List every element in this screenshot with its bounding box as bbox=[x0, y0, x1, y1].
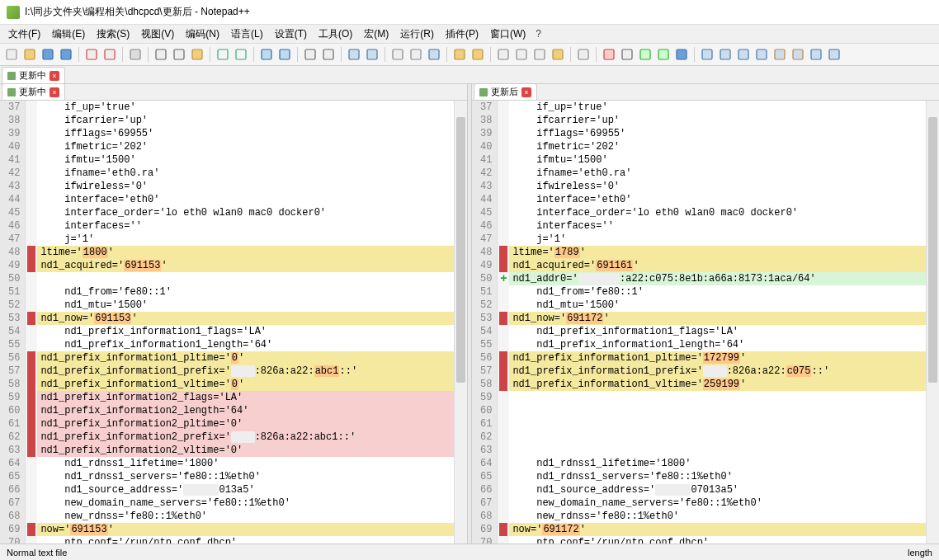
menu-item[interactable]: 视图(V) bbox=[136, 26, 179, 43]
close-all-icon[interactable] bbox=[101, 46, 118, 63]
compare-prev-icon[interactable] bbox=[717, 46, 734, 63]
code-line[interactable]: ifcarrier='up' bbox=[37, 114, 467, 127]
indent-icon[interactable] bbox=[426, 46, 442, 63]
folder-icon[interactable] bbox=[550, 46, 566, 63]
right-code[interactable]: if_up='true' ifcarrier='up' ifflags='699… bbox=[509, 101, 939, 544]
code-line[interactable]: nd1_prefix_information2_flags='LA' bbox=[37, 391, 467, 404]
cut-icon[interactable] bbox=[153, 46, 169, 63]
code-line[interactable]: ifmtu='1500' bbox=[509, 153, 939, 167]
code-line[interactable]: ifname='eth0.ra' bbox=[509, 167, 939, 180]
code-line[interactable]: nd1_prefix_information2_prefix=' :826a:a… bbox=[37, 431, 467, 444]
code-line[interactable]: if_up='true' bbox=[37, 101, 467, 114]
menu-item[interactable]: 搜索(S) bbox=[92, 26, 134, 43]
code-line[interactable]: nd1_rdnss1_lifetime='1800' bbox=[509, 457, 939, 470]
code-line[interactable]: nd1_prefix_information1_flags='LA' bbox=[37, 325, 467, 338]
outer-tab[interactable]: 更新中 × bbox=[2, 67, 65, 83]
code-line[interactable]: nd1_prefix_information1_flags='LA' bbox=[509, 325, 939, 338]
left-editor[interactable]: 3738394041424344454647484950515253545556… bbox=[0, 101, 467, 544]
right-scrollbar[interactable] bbox=[926, 101, 939, 544]
code-line[interactable]: nd1_prefix_information1_pltime='172799' bbox=[509, 351, 939, 365]
code-line[interactable]: ifname='eth0.ra' bbox=[37, 167, 467, 180]
code-line[interactable]: nd1_prefix_information2_length='64' bbox=[37, 404, 467, 417]
code-line[interactable]: interfaces='' bbox=[509, 219, 939, 233]
menu-item[interactable]: 设置(T) bbox=[270, 26, 312, 43]
play-icon[interactable] bbox=[637, 46, 654, 63]
compare-icon[interactable] bbox=[699, 46, 715, 63]
code-line[interactable] bbox=[509, 404, 939, 417]
code-line[interactable] bbox=[509, 431, 939, 444]
stop-icon[interactable] bbox=[619, 46, 635, 63]
show-all-icon[interactable] bbox=[408, 46, 424, 63]
code-line[interactable]: ntp_conf='/run/ntp.conf.dhcp' bbox=[37, 536, 467, 544]
close-tab-icon[interactable]: × bbox=[50, 71, 59, 81]
menu-item[interactable]: 窗口(W) bbox=[485, 26, 531, 43]
code-line[interactable]: new_rdnss='fe80::1%eth0' bbox=[37, 510, 467, 523]
code-line[interactable]: ifmetric='202' bbox=[509, 140, 939, 153]
menu-item[interactable]: 编辑(E) bbox=[47, 26, 90, 43]
menu-item[interactable]: 语言(L) bbox=[226, 26, 268, 43]
zoom-out-icon[interactable] bbox=[320, 46, 337, 63]
menu-item[interactable]: 运行(R) bbox=[395, 26, 439, 43]
code-line[interactable]: interface='eth0' bbox=[37, 193, 467, 206]
code-line[interactable]: interface_order='lo eth0 wlan0 mac0 dock… bbox=[509, 206, 939, 219]
fold-icon[interactable] bbox=[451, 46, 468, 63]
code-line[interactable] bbox=[509, 417, 939, 431]
code-line[interactable]: ntp_conf='/run/ntp.conf.dhcp' bbox=[509, 536, 939, 544]
first-diff-icon[interactable] bbox=[753, 46, 770, 63]
code-line[interactable] bbox=[509, 444, 939, 457]
code-line[interactable]: ltime='1800' bbox=[37, 246, 467, 259]
redo-icon[interactable] bbox=[233, 46, 249, 63]
code-line[interactable]: nd1_rdnss1_lifetime='1800' bbox=[37, 457, 467, 470]
close-tab-icon[interactable]: × bbox=[50, 87, 59, 97]
new-file-icon[interactable] bbox=[3, 46, 20, 63]
scrollbar-thumb[interactable] bbox=[456, 117, 465, 383]
prev-diff-icon[interactable] bbox=[771, 46, 788, 63]
code-line[interactable] bbox=[37, 272, 467, 285]
save-macro-icon[interactable] bbox=[673, 46, 690, 63]
open-file-icon[interactable] bbox=[21, 46, 38, 63]
copy-icon[interactable] bbox=[171, 46, 187, 63]
unfold-icon[interactable] bbox=[470, 46, 486, 63]
code-line[interactable]: nd1_prefix_information1_vltime='259199' bbox=[509, 378, 939, 391]
code-line[interactable]: nd1_prefix_information1_pltime='0' bbox=[37, 351, 467, 365]
find-icon[interactable] bbox=[258, 46, 275, 63]
sync-v-icon[interactable] bbox=[346, 46, 362, 63]
monitor-icon[interactable] bbox=[575, 46, 592, 63]
doc-map-icon[interactable] bbox=[495, 46, 512, 63]
code-line[interactable]: nd1_rdnss1_servers='fe80::1%eth0' bbox=[37, 470, 467, 483]
code-line[interactable]: nd1_prefix_information1_vltime='0' bbox=[37, 378, 467, 391]
wrap-icon[interactable] bbox=[389, 46, 406, 63]
left-code[interactable]: if_up='true' ifcarrier='up' ifflags='699… bbox=[37, 101, 467, 544]
doc-list-icon[interactable] bbox=[513, 46, 530, 63]
code-line[interactable]: new_rdnss='fe80::1%eth0' bbox=[509, 510, 939, 523]
code-line[interactable]: if_up='true' bbox=[509, 101, 939, 114]
left-scrollbar[interactable] bbox=[454, 101, 467, 544]
code-line[interactable]: nd1_acquired='691153' bbox=[37, 259, 467, 272]
code-line[interactable]: ifmtu='1500' bbox=[37, 153, 467, 167]
code-line[interactable]: new_domain_name_servers='fe80::1%eth0' bbox=[37, 496, 467, 510]
nav-bar-icon[interactable] bbox=[826, 46, 842, 63]
code-line[interactable]: nd1_prefix_information2_pltime='0' bbox=[37, 417, 467, 431]
code-line[interactable]: j='1' bbox=[37, 233, 467, 246]
code-line[interactable]: ltime='1789' bbox=[509, 246, 939, 259]
code-line[interactable]: nd1_now='691172' bbox=[509, 312, 939, 325]
code-line[interactable]: nd1_prefix_information1_prefix=' :826a:a… bbox=[37, 365, 467, 378]
code-line[interactable]: ifwireless='0' bbox=[509, 180, 939, 193]
code-line[interactable]: nd1_now='691153' bbox=[37, 312, 467, 325]
menu-item[interactable]: 宏(M) bbox=[359, 26, 394, 43]
menu-item[interactable]: 编码(N) bbox=[181, 26, 224, 43]
menu-item[interactable]: 插件(P) bbox=[441, 26, 484, 43]
code-line[interactable]: j='1' bbox=[509, 233, 939, 246]
code-line[interactable]: ifcarrier='up' bbox=[509, 114, 939, 127]
code-line[interactable]: interfaces='' bbox=[37, 219, 467, 233]
code-line[interactable]: nd1_from='fe80::1' bbox=[37, 285, 467, 299]
code-line[interactable]: now='691153' bbox=[37, 523, 467, 536]
menu-help[interactable]: ? bbox=[532, 26, 545, 41]
code-line[interactable] bbox=[509, 391, 939, 404]
code-line[interactable]: ifflags='69955' bbox=[37, 127, 467, 140]
code-line[interactable]: nd1_acquired='691161' bbox=[509, 259, 939, 272]
right-tab[interactable]: 更新后 × bbox=[474, 83, 537, 100]
code-line[interactable]: interface_order='lo eth0 wlan0 mac0 dock… bbox=[37, 206, 467, 219]
func-list-icon[interactable] bbox=[531, 46, 548, 63]
menubar[interactable]: 文件(F)编辑(E)搜索(S)视图(V)编码(N)语言(L)设置(T)工具(O)… bbox=[0, 25, 939, 43]
